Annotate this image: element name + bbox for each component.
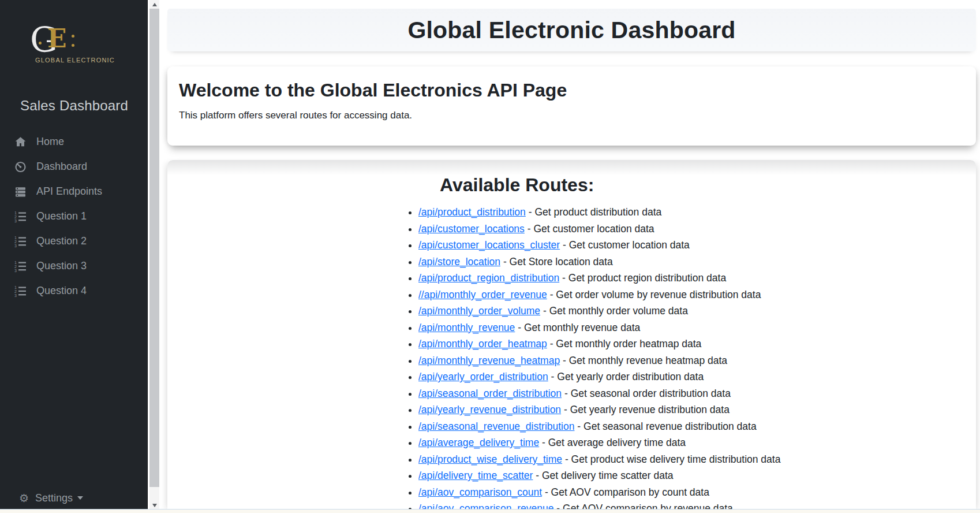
sidebar-item-label: Question 3 — [36, 260, 87, 272]
route-separator: - — [526, 206, 535, 218]
route-separator: - — [562, 388, 571, 399]
sidebar-item-question-1[interactable]: 1 2 3 Question 1 — [0, 204, 147, 229]
logo-dot — [72, 44, 74, 47]
sidebar-item-label: Question 4 — [36, 285, 87, 297]
route-link[interactable]: /api/customer_locations — [418, 223, 525, 235]
route-link[interactable]: /api/yearly_revenue_distribution — [418, 404, 561, 415]
arrow-up-icon — [152, 3, 157, 6]
route-item: /api/customer_locations - Get customer l… — [418, 221, 976, 237]
route-separator: - — [560, 355, 569, 366]
settings-menu[interactable]: ⚙ Settings — [19, 490, 83, 506]
settings-label: Settings — [35, 492, 73, 504]
route-description: Get AOV comparison by count data — [551, 486, 709, 498]
sidebar-item-home[interactable]: Home — [0, 129, 147, 154]
route-item: /api/monthly_order_volume - Get monthly … — [418, 303, 976, 319]
gear-icon: ⚙ — [19, 492, 29, 505]
route-link[interactable]: /api/product_distribution — [418, 206, 526, 218]
route-link[interactable]: /api/monthly_order_volume — [418, 305, 540, 317]
scrollbar-up-button[interactable] — [149, 0, 159, 9]
svg-text:3: 3 — [14, 269, 17, 272]
route-link[interactable]: /api/yearly_order_distribution — [418, 371, 548, 382]
route-separator: - — [561, 404, 570, 415]
route-description: Get product region distribution data — [568, 272, 726, 284]
route-item: /api/seasonal_order_distribution - Get s… — [418, 385, 976, 402]
route-item: /api/seasonal_revenue_distribution - Get… — [418, 418, 976, 435]
sidebar-item-label: Home — [36, 136, 64, 148]
bottom-edge-strip — [0, 509, 980, 513]
welcome-subtitle: This platform offers several routes for … — [179, 110, 964, 121]
sidebar-nav: Home Dashboard — [0, 129, 147, 303]
chevron-down-icon — [77, 496, 83, 500]
logo-dot — [39, 42, 42, 44]
route-link[interactable]: /api/monthly_revenue_heatmap — [418, 355, 560, 366]
route-separator: - — [533, 470, 542, 481]
routes-card: Available Routes: /api/product_distribut… — [167, 160, 976, 513]
svg-text:1: 1 — [14, 236, 17, 240]
routes-heading: Available Routes: — [440, 174, 594, 196]
svg-text:3: 3 — [14, 219, 17, 222]
sidebar: G E GLOBAL ELECTRONIC Sales Dashboard Ho… — [0, 0, 148, 513]
route-item: /api/aov_comparison_count - Get AOV comp… — [418, 484, 976, 501]
route-link[interactable]: /api/average_delivery_time — [418, 437, 539, 448]
route-separator: - — [500, 256, 510, 267]
route-link[interactable]: /api/store_location — [418, 256, 500, 267]
route-description: Get product distribution data — [534, 206, 661, 218]
page-title: Global Electronic Dashboard — [407, 17, 735, 44]
svg-text:1: 1 — [14, 211, 17, 215]
route-separator: - — [559, 272, 568, 284]
arrow-down-icon — [152, 504, 157, 507]
route-description: Get seasonal revenue distribution data — [583, 421, 757, 432]
route-link[interactable]: /api/seasonal_revenue_distribution — [418, 421, 574, 432]
ordered-list-icon: 1 2 3 — [14, 285, 28, 297]
svg-text:3: 3 — [14, 244, 17, 247]
routes-list: /api/product_distribution - Get product … — [167, 204, 976, 513]
route-link[interactable]: /api/product_wise_delivery_time — [418, 453, 562, 465]
scrollbar-down-button[interactable] — [149, 501, 159, 510]
sidebar-item-question-4[interactable]: 1 2 3 Question 4 — [0, 278, 147, 303]
logo-monogram-e: E — [47, 24, 67, 53]
route-separator: - — [525, 223, 534, 235]
scrollbar-thumb[interactable] — [149, 9, 159, 487]
route-link[interactable]: /api/seasonal_order_distribution — [418, 388, 562, 399]
sidebar-item-question-2[interactable]: 1 2 3 Question 2 — [0, 229, 147, 254]
route-item: //api/monthly_order_revenue - Get order … — [418, 287, 976, 303]
content-scrollbar — [148, 0, 159, 513]
route-item: /api/average_delivery_time - Get average… — [418, 434, 976, 451]
route-description: Get average delivery time data — [548, 437, 686, 448]
sidebar-title: Sales Dashboard — [20, 98, 128, 114]
ordered-list-icon: 1 2 3 — [14, 210, 28, 222]
route-link[interactable]: /api/customer_locations_cluster — [418, 239, 560, 251]
route-link[interactable]: /api/product_region_distribution — [418, 272, 559, 284]
route-description: Get seasonal order distribution data — [571, 388, 731, 399]
route-separator: - — [515, 322, 524, 333]
main-content: Global Electronic Dashboard Welcome to t… — [159, 0, 980, 513]
sidebar-item-dashboard[interactable]: Dashboard — [0, 154, 147, 179]
svg-text:2: 2 — [14, 240, 17, 244]
welcome-heading: Welcome to the Global Electronics API Pa… — [179, 80, 964, 101]
route-description: Get order volume by revenue distribution… — [556, 289, 761, 300]
sidebar-item-label: API Endpoints — [36, 185, 102, 198]
route-item: /api/yearly_order_distribution - Get yea… — [418, 369, 976, 385]
svg-text:2: 2 — [14, 265, 17, 269]
svg-text:2: 2 — [14, 289, 17, 293]
sidebar-item-api-endpoints[interactable]: API Endpoints — [0, 179, 147, 204]
route-description: Get monthly revenue data — [524, 322, 640, 333]
route-item: /api/yearly_revenue_distribution - Get y… — [418, 402, 976, 418]
route-link[interactable]: //api/monthly_order_revenue — [418, 289, 547, 300]
route-link[interactable]: /api/monthly_revenue — [418, 322, 515, 333]
route-description: Get Store location data — [510, 256, 613, 267]
route-link[interactable]: /api/delivery_time_scatter — [418, 470, 533, 481]
route-description: Get yearly order distribution data — [557, 371, 704, 382]
speedometer-icon — [14, 161, 28, 173]
route-separator: - — [539, 437, 548, 448]
route-separator: - — [562, 453, 571, 465]
route-link[interactable]: /api/aov_comparison_count — [418, 486, 542, 498]
route-separator: - — [547, 338, 556, 350]
sidebar-item-question-3[interactable]: 1 2 3 Question 3 — [0, 254, 147, 278]
route-description: Get monthly revenue heatmap data — [569, 355, 727, 366]
route-link[interactable]: /api/monthly_order_heatmap — [418, 338, 547, 350]
brand-name: GLOBAL ELECTRONIC — [23, 57, 127, 64]
route-separator: - — [540, 305, 549, 317]
route-separator: - — [548, 371, 558, 382]
brand-logo: G E GLOBAL ELECTRONIC — [30, 27, 117, 59]
